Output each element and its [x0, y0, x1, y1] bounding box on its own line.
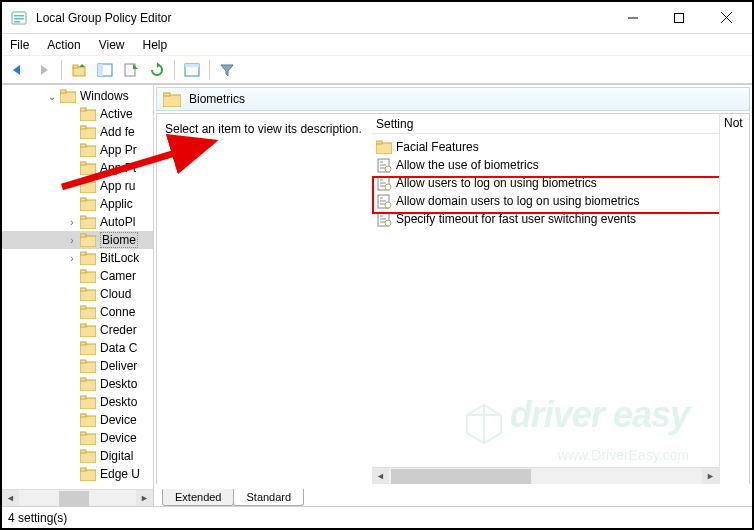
expander-icon[interactable]: ⌄: [46, 91, 58, 102]
tab-extended[interactable]: Extended: [162, 489, 234, 506]
scroll-left-button[interactable]: ◄: [372, 468, 389, 485]
tree-item[interactable]: Deskto: [2, 393, 153, 411]
forward-button[interactable]: [32, 59, 56, 81]
filter-button[interactable]: [215, 59, 239, 81]
tree-item-label: BitLock: [100, 251, 139, 265]
expander-icon[interactable]: ›: [66, 217, 78, 228]
folder-icon: [80, 287, 96, 301]
folder-icon: [80, 467, 96, 481]
description-text: Select an item to view its description.: [165, 122, 362, 136]
menubar: File Action View Help: [2, 34, 752, 56]
menu-action[interactable]: Action: [47, 38, 80, 52]
scroll-right-button[interactable]: ►: [702, 468, 719, 485]
tree-item[interactable]: Active: [2, 105, 153, 123]
tree-item-label: Active: [100, 107, 133, 121]
svg-rect-21: [80, 146, 96, 157]
folder-icon: [80, 107, 96, 121]
tree-item-label: Device: [100, 413, 137, 427]
properties-button[interactable]: [180, 59, 204, 81]
tree-item-label: Biome: [100, 232, 138, 248]
tree-item[interactable]: Creder: [2, 321, 153, 339]
svg-rect-36: [80, 270, 86, 273]
menu-view[interactable]: View: [99, 38, 125, 52]
menu-file[interactable]: File: [10, 38, 29, 52]
svg-rect-5: [675, 13, 684, 22]
tree: ⌄WindowsActiveAdd feApp PrApp PtApp ruAp…: [2, 85, 153, 485]
export-list-button[interactable]: [119, 59, 143, 81]
main-pane: Biometrics Select an item to view its de…: [154, 85, 752, 506]
folder-icon: [376, 139, 392, 155]
back-button[interactable]: [6, 59, 30, 81]
tree-scroll[interactable]: ⌄WindowsActiveAdd feApp PrApp PtApp ruAp…: [2, 85, 153, 489]
tree-item[interactable]: App Pr: [2, 141, 153, 159]
tree-item[interactable]: Device: [2, 411, 153, 429]
svg-rect-34: [80, 252, 86, 255]
toolbar: [2, 56, 752, 84]
tree-item-label: Camer: [100, 269, 136, 283]
svg-rect-1: [14, 15, 24, 17]
refresh-button[interactable]: [145, 59, 169, 81]
tree-item[interactable]: Cloud: [2, 285, 153, 303]
toolbar-separator: [209, 60, 210, 80]
tree-item[interactable]: ›BitLock: [2, 249, 153, 267]
close-button[interactable]: [702, 2, 750, 33]
tree-item-label: Creder: [100, 323, 137, 337]
svg-rect-25: [80, 182, 96, 193]
tree-item-label: Device: [100, 431, 137, 445]
svg-rect-33: [80, 254, 96, 265]
svg-rect-20: [80, 126, 86, 129]
svg-rect-39: [80, 308, 96, 319]
scroll-left-button[interactable]: ◄: [2, 490, 19, 507]
svg-rect-58: [80, 468, 86, 471]
tree-item[interactable]: Add fe: [2, 123, 153, 141]
list-item[interactable]: Allow domain users to log on using biome…: [372, 192, 719, 210]
svg-rect-38: [80, 288, 86, 291]
window-controls: [610, 2, 750, 33]
tree-item[interactable]: Deskto: [2, 375, 153, 393]
expander-icon[interactable]: ›: [66, 235, 78, 246]
column-header-state[interactable]: Not: [724, 116, 745, 134]
svg-rect-23: [80, 164, 96, 175]
svg-rect-41: [80, 326, 96, 337]
tree-item[interactable]: ›Biome: [2, 231, 153, 249]
tree-item-root[interactable]: ⌄Windows: [2, 87, 153, 105]
tree-item[interactable]: Deliver: [2, 357, 153, 375]
tree-item[interactable]: Applic: [2, 195, 153, 213]
list-item[interactable]: Facial Features: [372, 138, 719, 156]
tree-item[interactable]: Edge U: [2, 465, 153, 483]
policy-icon: [376, 157, 392, 173]
tree-item[interactable]: ›AutoPl: [2, 213, 153, 231]
scroll-thumb[interactable]: [59, 491, 89, 506]
list-item[interactable]: Allow users to log on using biometrics: [372, 174, 719, 192]
expander-icon[interactable]: ›: [66, 253, 78, 264]
minimize-button[interactable]: [610, 2, 656, 33]
maximize-button[interactable]: [656, 2, 702, 33]
tab-standard[interactable]: Standard: [233, 489, 304, 506]
list-item[interactable]: Allow the use of biometrics: [372, 156, 719, 174]
svg-rect-51: [80, 416, 96, 427]
tree-item[interactable]: Device: [2, 429, 153, 447]
svg-rect-52: [80, 414, 86, 417]
tree-item-label: Deskto: [100, 395, 137, 409]
svg-rect-61: [376, 143, 392, 154]
column-header-setting[interactable]: Setting: [372, 114, 719, 134]
tree-item[interactable]: Digital: [2, 447, 153, 465]
menu-help[interactable]: Help: [143, 38, 168, 52]
tree-item[interactable]: App Pt: [2, 159, 153, 177]
list-scrollbar-horizontal[interactable]: ◄ ►: [372, 467, 719, 484]
svg-rect-15: [60, 92, 76, 103]
tree-item[interactable]: Camer: [2, 267, 153, 285]
up-button[interactable]: [67, 59, 91, 81]
svg-rect-62: [376, 141, 382, 144]
show-hide-tree-button[interactable]: [93, 59, 117, 81]
list-item[interactable]: Specify timeout for fast user switching …: [372, 210, 719, 228]
scroll-right-button[interactable]: ►: [136, 490, 153, 507]
tree-item-label: Cloud: [100, 287, 131, 301]
tree-item[interactable]: Conne: [2, 303, 153, 321]
scroll-thumb[interactable]: [391, 469, 531, 484]
svg-rect-47: [80, 380, 96, 391]
tree-item[interactable]: Data C: [2, 339, 153, 357]
svg-point-82: [385, 220, 391, 226]
tree-scrollbar-horizontal[interactable]: ◄ ►: [2, 489, 153, 506]
tree-item[interactable]: App ru: [2, 177, 153, 195]
